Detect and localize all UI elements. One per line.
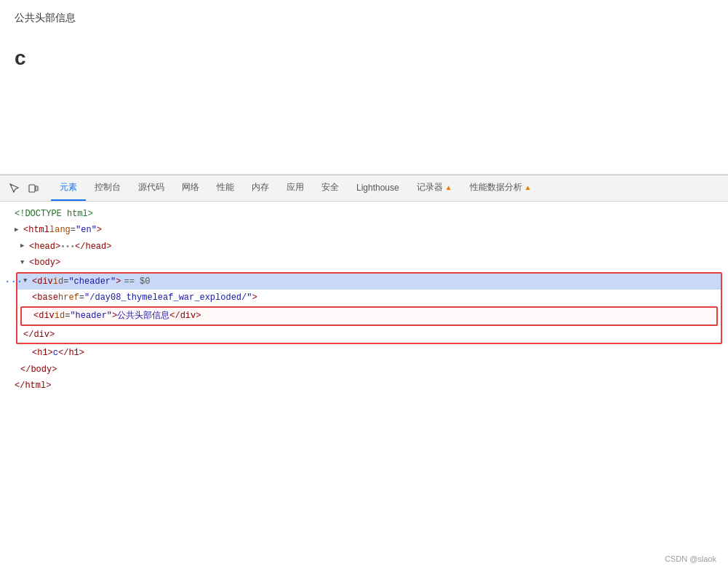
dom-body-open[interactable]: <body> xyxy=(0,255,728,271)
html-toggle[interactable] xyxy=(15,225,22,236)
dom-base-tag[interactable]: <base href="/day08_thymeleaf_war_explode… xyxy=(17,290,721,306)
preview-content: c xyxy=(15,39,713,77)
toolbar-icons xyxy=(6,180,42,197)
insights-warning: ▲ xyxy=(524,183,532,191)
svg-rect-0 xyxy=(29,185,35,192)
dom-div-cheader-open[interactable]: <div id="cheader" > == $0 xyxy=(17,274,721,290)
recorder-warning: ▲ xyxy=(445,183,452,191)
tab-application[interactable]: 应用 xyxy=(278,175,313,201)
tab-security[interactable]: 安全 xyxy=(313,175,348,201)
svg-rect-1 xyxy=(36,186,38,191)
dom-head-collapsed[interactable]: <head> ••• </head> xyxy=(0,239,728,255)
devtools-toolbar: 元素 控制台 源代码 网络 性能 内存 应用 安全 Lighthouse 记录器… xyxy=(0,175,728,202)
tab-sources[interactable]: 源代码 xyxy=(129,175,173,201)
preview-area: 公共头部信息 c xyxy=(0,0,728,175)
tab-performance[interactable]: 性能 xyxy=(208,175,243,201)
three-dots-indicator: ··· xyxy=(4,274,23,291)
inspect-icon[interactable] xyxy=(6,180,23,197)
tab-memory[interactable]: 内存 xyxy=(243,175,278,201)
preview-title: 公共头部信息 xyxy=(15,12,713,25)
tab-lighthouse[interactable]: Lighthouse xyxy=(348,175,408,201)
tab-performance-insights[interactable]: 性能数据分析 ▲ xyxy=(461,175,540,201)
dom-html-open[interactable]: <html lang="en" > xyxy=(0,222,728,238)
dom-html-close: </html> xyxy=(0,378,728,394)
dom-div-header[interactable]: <div id="header" > 公共头部信息 </div> xyxy=(22,308,716,324)
body-toggle[interactable] xyxy=(20,258,28,268)
dom-body-close: </body> xyxy=(0,362,728,378)
device-icon[interactable] xyxy=(25,180,42,197)
tab-console[interactable]: 控制台 xyxy=(86,175,129,201)
cheader-highlight-box: <div id="cheader" > == $0 <base href="/d… xyxy=(16,272,722,345)
devtools-content: <!DOCTYPE html> <html lang="en" > <head>… xyxy=(0,202,728,398)
tab-network[interactable]: 网络 xyxy=(173,175,208,201)
devtools-tabs: 元素 控制台 源代码 网络 性能 内存 应用 安全 Lighthouse 记录器… xyxy=(51,175,540,201)
tab-elements[interactable]: 元素 xyxy=(51,175,86,201)
dom-div-cheader-close[interactable]: </div> xyxy=(17,327,721,343)
dom-cheader-block: ··· <div id="cheader" > == $0 <base href… xyxy=(0,272,728,345)
cheader-toggle[interactable] xyxy=(23,276,31,287)
devtools-panel: 元素 控制台 源代码 网络 性能 内存 应用 安全 Lighthouse 记录器… xyxy=(0,175,728,398)
head-toggle[interactable] xyxy=(20,241,28,252)
dom-doctype: <!DOCTYPE html> xyxy=(0,206,728,222)
header-inner-highlight-box: <div id="header" > 公共头部信息 </div> xyxy=(20,306,718,325)
tab-recorder[interactable]: 记录器 ▲ xyxy=(408,175,461,201)
dom-h1[interactable]: <h1> c </h1> xyxy=(0,345,728,361)
